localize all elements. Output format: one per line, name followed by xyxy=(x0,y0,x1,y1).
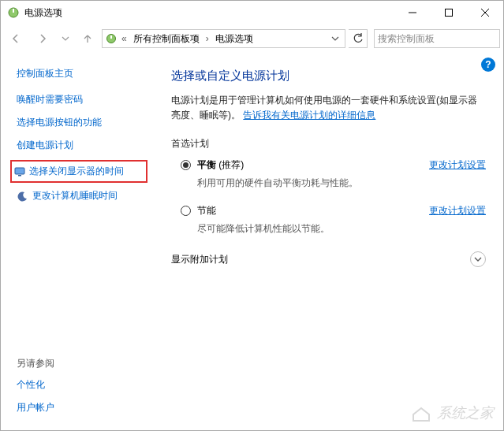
sidebar-item-label: 用户帐户 xyxy=(17,401,54,414)
plan-description: 利用可用的硬件自动平衡功耗与性能。 xyxy=(197,176,486,190)
sidebar-link-power-button[interactable]: 选择电源按钮的功能 xyxy=(17,116,146,129)
close-button[interactable] xyxy=(467,1,503,24)
breadcrumb-item[interactable]: 电源选项 xyxy=(212,31,256,47)
breadcrumb: 所有控制面板项 › 电源选项 xyxy=(130,31,326,47)
change-plan-settings-link[interactable]: 更改计划设置 xyxy=(429,158,486,172)
plan-power-saver: 节能 更改计划设置 尽可能降低计算机性能以节能。 xyxy=(181,204,486,236)
plan-description: 尽可能降低计算机性能以节能。 xyxy=(197,222,486,236)
sidebar-item-label: 选择电源按钮的功能 xyxy=(17,116,102,129)
minimize-button[interactable] xyxy=(394,1,431,24)
window-controls xyxy=(394,1,503,24)
titlebar: 电源选项 xyxy=(1,1,503,24)
addressbar[interactable]: « 所有控制面板项 › 电源选项 xyxy=(102,29,345,48)
see-also-heading: 另请参阅 xyxy=(17,357,146,370)
main-panel: 选择或自定义电源计划 电源计划是用于管理计算机如何使用电源的一套硬件和系统设置(… xyxy=(151,53,503,430)
svg-rect-1 xyxy=(13,9,14,13)
sidebar-item-label: 个性化 xyxy=(17,378,45,392)
sidebar-item-label: 创建电源计划 xyxy=(17,139,73,152)
address-dropdown-button[interactable] xyxy=(327,35,343,43)
searchbox[interactable] xyxy=(374,29,500,48)
control-panel-home-link[interactable]: 控制面板主页 xyxy=(17,67,146,80)
breadcrumb-item[interactable]: 所有控制面板项 xyxy=(130,31,203,47)
plan-power-saver-radio[interactable] xyxy=(181,206,191,216)
window-title: 电源选项 xyxy=(24,6,394,20)
sidebar-link-display-off-time[interactable]: 选择关闭显示器的时间 xyxy=(10,160,147,183)
sidebar-link-wake-password[interactable]: 唤醒时需要密码 xyxy=(17,93,146,106)
back-button[interactable] xyxy=(4,27,28,50)
search-input[interactable] xyxy=(378,33,496,44)
sidebar-link-create-plan[interactable]: 创建电源计划 xyxy=(17,139,146,152)
change-plan-settings-link[interactable]: 更改计划设置 xyxy=(429,204,486,217)
plan-name: 平衡 (推荐) xyxy=(197,158,244,172)
additional-plans-row: 显示附加计划 xyxy=(171,251,486,267)
additional-plans-heading: 显示附加计划 xyxy=(171,253,228,266)
power-options-icon xyxy=(7,6,20,19)
sidebar: 控制面板主页 唤醒时需要密码 选择电源按钮的功能 创建电源计划 选择关闭显示器的… xyxy=(1,53,151,430)
page-title: 选择或自定义电源计划 xyxy=(171,69,486,84)
preferred-plans-heading: 首选计划 xyxy=(171,137,486,150)
svg-rect-10 xyxy=(15,168,24,174)
sidebar-item-label: 唤醒时需要密码 xyxy=(17,93,83,106)
monitor-icon xyxy=(13,165,26,178)
sidebar-item-label: 选择关闭显示器的时间 xyxy=(29,165,124,178)
plan-balanced-radio[interactable] xyxy=(181,160,191,170)
svg-rect-11 xyxy=(18,175,21,176)
svg-rect-7 xyxy=(110,35,112,39)
chevron-right-icon: › xyxy=(204,33,211,44)
breadcrumb-prefix: « xyxy=(120,33,129,44)
plan-balanced: 平衡 (推荐) 更改计划设置 利用可用的硬件自动平衡功耗与性能。 xyxy=(181,158,486,190)
forward-button[interactable] xyxy=(31,27,54,50)
page-description: 电源计划是用于管理计算机如何使用电源的一套硬件和系统设置(如显示器亮度、睡眠等)… xyxy=(171,93,486,123)
svg-rect-3 xyxy=(446,9,453,17)
up-button[interactable] xyxy=(77,28,99,50)
refresh-button[interactable] xyxy=(349,29,368,48)
recent-locations-button[interactable] xyxy=(58,27,73,50)
plan-name: 节能 xyxy=(197,204,216,217)
maximize-button[interactable] xyxy=(431,1,467,24)
moon-icon xyxy=(17,190,29,202)
learn-more-link[interactable]: 告诉我有关电源计划的详细信息 xyxy=(243,110,375,121)
content: 控制面板主页 唤醒时需要密码 选择电源按钮的功能 创建电源计划 选择关闭显示器的… xyxy=(1,53,503,430)
expand-additional-button[interactable] xyxy=(470,251,486,267)
location-icon xyxy=(104,32,118,46)
navbar: « 所有控制面板项 › 电源选项 xyxy=(1,24,503,53)
seealso-user-accounts[interactable]: 用户帐户 xyxy=(17,401,146,414)
seealso-personalization[interactable]: 个性化 xyxy=(17,378,146,392)
sidebar-item-label: 更改计算机睡眠时间 xyxy=(32,189,118,202)
sidebar-link-sleep-time[interactable]: 更改计算机睡眠时间 xyxy=(17,189,146,202)
